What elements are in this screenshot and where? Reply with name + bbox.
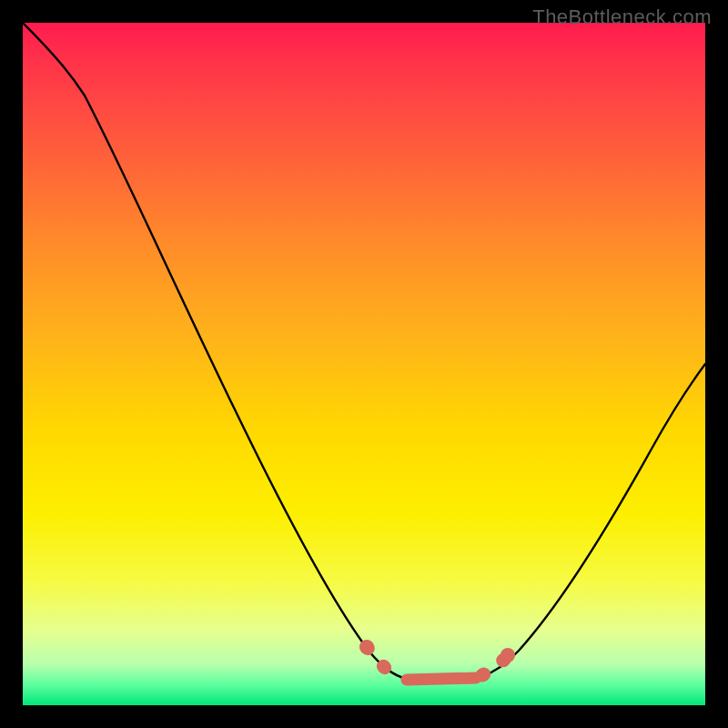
optimal-flat bbox=[407, 678, 476, 680]
plot-area bbox=[23, 23, 705, 705]
watermark-label: TheBottleneck.com bbox=[532, 5, 712, 29]
curve-path bbox=[23, 23, 705, 682]
marker-dot bbox=[500, 648, 515, 662]
chart-stage: TheBottleneck.com bbox=[0, 0, 728, 728]
bottleneck-curve bbox=[23, 23, 705, 705]
marker-dot bbox=[359, 640, 374, 654]
